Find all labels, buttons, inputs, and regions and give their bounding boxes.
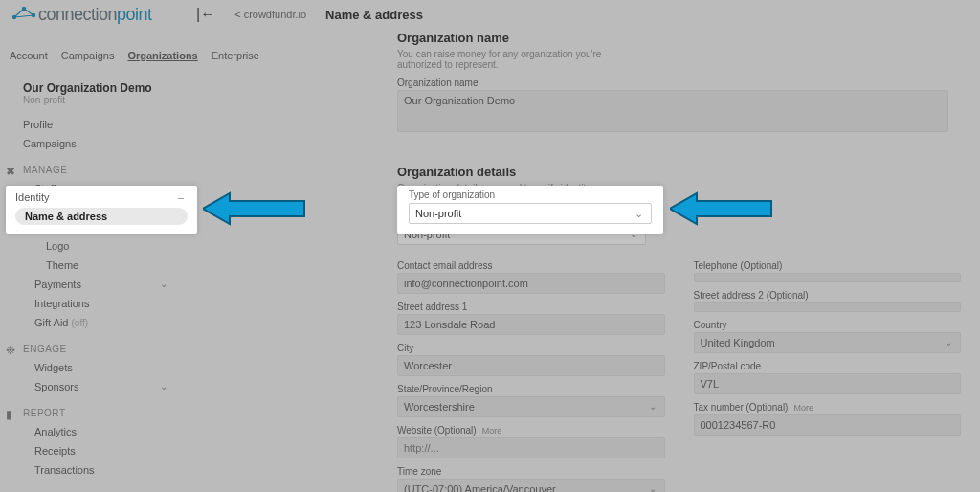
sidebar-section-manage: ✖ MANAGE [10, 153, 177, 179]
org-type: Non-profit [23, 95, 177, 105]
svg-marker-7 [670, 193, 771, 224]
timezone-label: Time zone [397, 466, 665, 477]
sidebar-item-transactions[interactable]: Transactions [10, 460, 177, 480]
website-input[interactable] [397, 437, 665, 458]
phone-label: Telephone (Optional) [694, 260, 962, 271]
highlight-identity-label[interactable]: Identity – [15, 190, 188, 205]
highlight-type-select[interactable]: Non-profit [409, 203, 652, 224]
sidebar-section-report: ▮ REPORT [10, 396, 177, 422]
wrench-icon: ✖ [6, 165, 16, 178]
zip-label: ZIP/Postal code [694, 361, 962, 371]
sidebar-item-receipts[interactable]: Receipts [10, 441, 177, 460]
timezone-select[interactable]: (UTC-07:00) America/Vancouver [397, 479, 665, 492]
arrow-left-icon [203, 190, 308, 228]
email-label: Contact email address [397, 260, 665, 271]
sidebar-item-payments[interactable]: Payments [10, 275, 177, 294]
sidebar-item-profile[interactable]: Profile [10, 115, 177, 134]
zip-input[interactable]: V7L [694, 373, 962, 394]
sidebar-item-sponsors[interactable]: Sponsors [10, 377, 177, 396]
organization-name-input[interactable] [397, 90, 948, 132]
svg-line-5 [14, 15, 33, 17]
sidebar-section-engage: ❉ ENGAGE [10, 332, 177, 358]
tax-input[interactable]: 0001234567-R0 [694, 414, 962, 436]
logo-icon [10, 4, 38, 23]
highlight-name-address[interactable]: Name & address [15, 208, 188, 225]
tax-label: Tax number (Optional)More [694, 402, 962, 413]
sidebar-item-analytics[interactable]: Analytics [10, 422, 177, 441]
sidebar-item-widgets[interactable]: Widgets [10, 358, 177, 377]
street1-label: Street address 1 [397, 302, 665, 312]
sidebar-item-campaigns[interactable]: Campaigns [10, 134, 177, 153]
state-select[interactable]: Worcestershire [397, 396, 665, 417]
organization-name-title: Organization name [397, 31, 961, 45]
tab-account[interactable]: Account [10, 50, 48, 61]
sidebar-item-gift-aid[interactable]: Gift Aid (off) [10, 313, 177, 332]
svg-marker-6 [203, 193, 304, 224]
city-label: City [397, 343, 665, 353]
sidebar-item-logo[interactable]: Logo [10, 236, 177, 256]
city-input[interactable]: Worcester [397, 355, 665, 376]
website-label: Website (Optional)More [397, 425, 665, 436]
country-label: Country [694, 320, 962, 330]
organization-name-label: Organization name [397, 78, 961, 88]
phone-input[interactable] [694, 273, 962, 282]
organization-name-desc: You can raise money for any organization… [397, 49, 646, 70]
sidebar-item-integrations[interactable]: Integrations [10, 294, 177, 313]
street1-input[interactable]: 123 Lonsdale Road [397, 314, 665, 335]
street2-label: Street address 2 (Optional) [694, 290, 962, 301]
highlight-sidebar-identity: Identity – Name & address [6, 186, 197, 234]
country-select[interactable]: United Kingdom [694, 332, 962, 353]
org-name: Our Organization Demo [23, 81, 177, 95]
tab-campaigns[interactable]: Campaigns [61, 50, 115, 61]
svg-line-4 [24, 9, 33, 15]
sidebar-item-theme[interactable]: Theme [10, 256, 177, 275]
state-label: State/Province/Region [397, 384, 665, 394]
arrow-right-icon [670, 190, 775, 228]
logo: connectionpoint [10, 4, 187, 25]
email-input[interactable]: info@connectionpoint.com [397, 273, 665, 294]
organization-details-title: Organization details [397, 165, 961, 179]
street2-input[interactable] [694, 302, 962, 312]
engage-icon: ❉ [6, 344, 16, 357]
chart-icon: ▮ [6, 408, 13, 421]
highlight-type-of-organization: Type of organization Non-profit [397, 186, 663, 234]
highlight-type-label: Type of organization [409, 190, 652, 200]
